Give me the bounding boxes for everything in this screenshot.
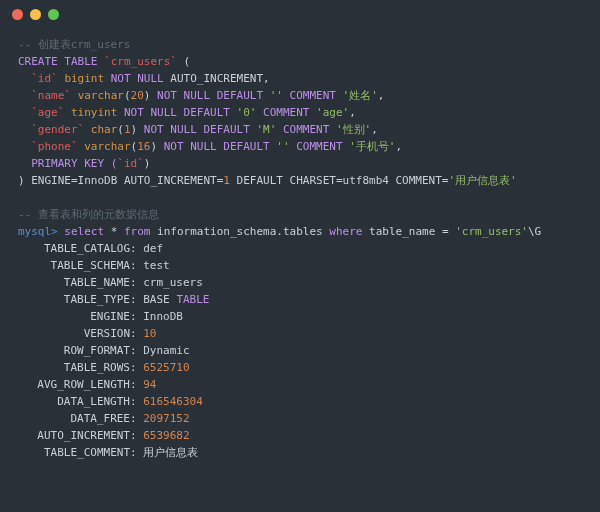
minimize-icon[interactable] xyxy=(30,9,41,20)
code-block: -- 创建表crm_users CREATE TABLE `crm_users`… xyxy=(18,36,588,461)
zoom-icon[interactable] xyxy=(48,9,59,20)
window-traffic-lights xyxy=(12,9,59,20)
terminal-window: -- 创建表crm_users CREATE TABLE `crm_users`… xyxy=(0,0,600,512)
close-icon[interactable] xyxy=(12,9,23,20)
